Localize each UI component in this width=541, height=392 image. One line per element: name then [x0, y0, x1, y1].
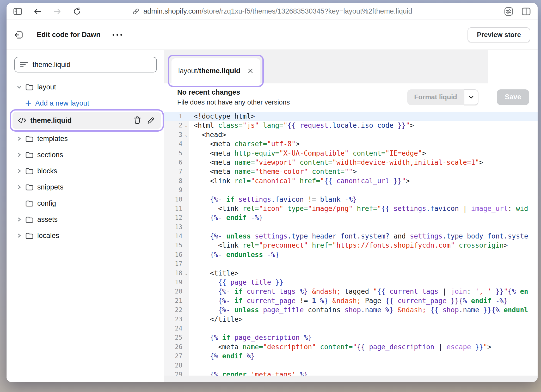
tab-file-name: theme.liquid — [199, 67, 241, 75]
split-view-icon[interactable] — [521, 7, 531, 16]
code-line[interactable]: 23 </title> — [164, 315, 538, 324]
chevron-right-icon[interactable] — [16, 185, 22, 190]
code-line[interactable]: 5 <meta http-equiv="X-UA-Compatible" con… — [164, 149, 538, 158]
folder-icon — [25, 216, 34, 223]
back-icon[interactable] — [33, 8, 42, 15]
code-line[interactable]: 13 — [164, 223, 538, 232]
code-line[interactable]: 11 <link rel="icon" type="image/png" hre… — [164, 204, 538, 213]
sidebar-item-blocks[interactable]: blocks — [14, 164, 157, 178]
code-line[interactable]: 19 {{ page_title }} — [164, 278, 538, 287]
code-line[interactable]: 15 <link rel="preconnect" href="https://… — [164, 241, 538, 250]
code-line[interactable]: 16 {%- endunless -%} — [164, 250, 538, 259]
code-line[interactable]: 18⌄ <title> — [164, 269, 538, 278]
code-line[interactable]: 3⌄ <head> — [164, 130, 538, 139]
code-line[interactable]: 10 {%- if settings.favicon != blank -%} — [164, 195, 538, 204]
code-line[interactable]: 20 {%- if current_tags %} &ndash; tagged… — [164, 287, 538, 296]
code-line[interactable]: 4 <meta charset="utf-8"> — [164, 139, 538, 149]
line-number: 9 — [164, 186, 189, 195]
format-liquid-button: Format liquid — [407, 89, 478, 105]
code-line[interactable]: 8 <link rel="canonical" href="{{ canonic… — [164, 176, 538, 186]
code-line[interactable]: 25 {% if page_description %} — [164, 333, 538, 342]
code-line[interactable]: 26 <meta name="description" content="{{ … — [164, 342, 538, 352]
status-title: No recent changes — [177, 88, 290, 97]
line-number: 4 — [164, 139, 189, 149]
code-line[interactable]: 14 {%- unless settings.type_header_font.… — [164, 232, 538, 241]
plus-icon — [25, 100, 32, 106]
folder-icon — [25, 200, 34, 207]
code-area[interactable]: 1<!doctype html>2⌄<html class="js" lang=… — [164, 111, 538, 376]
delete-file-icon[interactable] — [133, 116, 141, 125]
sidebar-item-templates[interactable]: templates — [14, 131, 157, 146]
code-line-text: {%- if current_page != 1 %} &ndash; Page… — [189, 296, 508, 305]
line-number: 28 — [164, 361, 189, 370]
folder-icon — [25, 151, 34, 158]
code-line[interactable]: 9 — [164, 186, 538, 195]
chevron-right-icon[interactable] — [16, 217, 22, 222]
code-line[interactable]: 28 — [164, 361, 538, 370]
code-line-text: <meta http-equiv="X-UA-Compatible" conte… — [189, 149, 426, 158]
code-line-text: {%- endunless -%} — [189, 250, 279, 259]
code-line[interactable]: 22 {%- unless page_title contains shop.n… — [164, 305, 538, 315]
sidebar-item-assets[interactable]: assets — [14, 212, 157, 227]
line-number: 21 — [164, 296, 189, 305]
code-line-text: <link rel="preconnect" href="https://fon… — [189, 241, 508, 250]
save-button[interactable]: Save — [497, 89, 529, 105]
format-liquid-label[interactable]: Format liquid — [407, 89, 464, 105]
code-line-text — [189, 324, 194, 333]
format-dropdown-icon[interactable] — [464, 89, 478, 105]
code-line[interactable]: 6 <meta name="viewport" content="width=d… — [164, 158, 538, 167]
code-line[interactable]: 12 {%- endif -%} — [164, 213, 538, 222]
fold-arrow-icon[interactable]: ⌄ — [185, 131, 188, 140]
app-header: Edit code for Dawn Preview store — [7, 20, 538, 50]
tab-theme-liquid[interactable]: layout/theme.liquid — [171, 58, 260, 83]
page-settings-icon[interactable] — [504, 7, 514, 16]
sidebar-item-snippets[interactable]: snippets — [14, 180, 157, 194]
line-number: 17 — [164, 259, 189, 268]
version-status: No recent changes File does not have any… — [177, 88, 290, 106]
code-line[interactable]: 21 {%- if current_page != 1 %} &ndash; P… — [164, 296, 538, 305]
url-domain: admin.shopify.com — [143, 7, 201, 15]
file-search-input[interactable]: theme.liquid — [14, 57, 157, 72]
exit-icon[interactable] — [14, 30, 24, 40]
link-icon — [132, 8, 140, 15]
line-number: 6 — [164, 158, 189, 167]
code-line[interactable]: 7 <meta name="theme-color" content=""> — [164, 167, 538, 176]
code-line[interactable]: 2⌄<html class="js" lang="{{ request.loca… — [164, 121, 538, 130]
add-new-layout-link[interactable]: Add a new layout — [14, 96, 157, 111]
close-tab-icon[interactable] — [248, 68, 253, 74]
chevron-right-icon[interactable] — [16, 168, 22, 174]
browser-window: admin.shopify.com/store/rzq1xu-f5/themes… — [7, 3, 538, 382]
code-line[interactable]: 1<!doctype html> — [164, 112, 538, 121]
folder-label: locales — [37, 232, 59, 240]
code-line[interactable]: 17 — [164, 259, 538, 268]
chevron-right-icon[interactable] — [16, 152, 22, 157]
code-line-text — [189, 186, 194, 195]
code-line-text: </title> — [189, 315, 243, 324]
tab-path-prefix: layout/ — [178, 67, 199, 75]
sidebar-item-config[interactable]: config — [14, 196, 157, 211]
code-line-text — [189, 361, 194, 370]
line-number: 26 — [164, 342, 189, 352]
code-line[interactable]: 29 {% render 'meta-tags' %} — [164, 370, 538, 376]
code-line-text: <meta name="theme-color" content=""> — [189, 167, 357, 176]
sidebar-item-locales[interactable]: locales — [14, 228, 157, 243]
chevron-down-icon[interactable] — [16, 85, 22, 89]
browser-right-icons — [504, 7, 531, 16]
code-line[interactable]: 24 — [164, 324, 538, 333]
forward-icon[interactable] — [53, 8, 62, 15]
sidebar-toggle-icon[interactable] — [13, 8, 22, 15]
address-bar[interactable]: admin.shopify.com/store/rzq1xu-f5/themes… — [132, 7, 412, 15]
chevron-right-icon[interactable] — [16, 136, 22, 141]
file-search-value: theme.liquid — [33, 61, 71, 69]
chevron-right-icon[interactable] — [16, 233, 22, 238]
reload-icon[interactable] — [73, 7, 82, 16]
preview-store-button[interactable]: Preview store — [468, 27, 530, 42]
rename-file-icon[interactable] — [147, 117, 155, 124]
code-line[interactable]: 27 {% endif %} — [164, 352, 538, 361]
sidebar-item-theme-liquid-selected[interactable]: theme.liquid — [13, 112, 161, 129]
sidebar-item-layout[interactable]: layout — [14, 80, 157, 94]
fold-arrow-icon[interactable]: ⌄ — [185, 269, 188, 278]
more-actions-icon[interactable] — [113, 34, 122, 36]
sidebar-item-sections[interactable]: sections — [14, 148, 157, 162]
fold-arrow-icon[interactable]: ⌄ — [185, 121, 188, 130]
